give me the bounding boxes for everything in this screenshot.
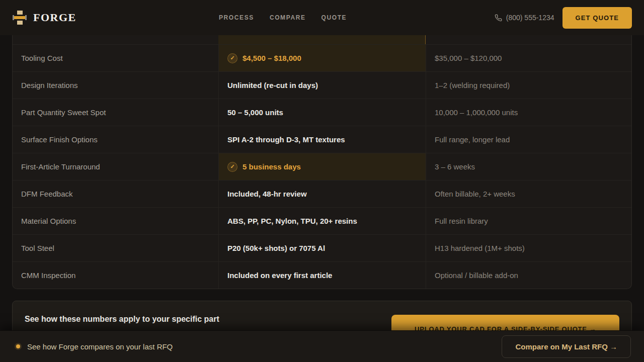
competitor-value: Full range, longer lead <box>426 126 631 153</box>
clipped-label-cell <box>13 35 218 44</box>
forge-value: Unlimited (re-cut in days) <box>227 81 318 89</box>
row-label: Material Options <box>13 208 218 234</box>
forge-value-cell: ✓ $4,500 – $18,000 <box>218 45 426 71</box>
compare-last-rfq-button[interactable]: Compare on My Last RFQ → <box>502 335 631 358</box>
clipped-competitor-cell <box>426 35 631 44</box>
forge-value-cell: ABS, PP, PC, Nylon, TPU, 20+ resins <box>218 208 426 234</box>
navbar: FORGE PROCESS COMPARE QUOTE (800) 555-12… <box>0 0 644 35</box>
row-label: Tool Steel <box>13 235 218 261</box>
forge-value: ABS, PP, PC, Nylon, TPU, 20+ resins <box>227 217 357 225</box>
competitor-value: $35,000 – $120,000 <box>426 45 631 71</box>
competitor-value: Optional / billable add-on <box>426 262 631 289</box>
table-row: Surface Finish Options SPI A-2 through D… <box>13 126 631 153</box>
table-row: CMM Inspection Included on every first a… <box>13 261 631 289</box>
page: FORGE PROCESS COMPARE QUOTE (800) 555-12… <box>0 0 644 362</box>
forge-press-icon <box>12 10 27 25</box>
sticky-bottom-bar: See how Forge compares on your last RFQ … <box>0 330 644 362</box>
get-quote-button[interactable]: GET QUOTE <box>562 7 632 29</box>
competitor-value: 1–2 (welding required) <box>426 72 631 99</box>
forge-value-cell: Included, 48-hr review <box>218 180 426 207</box>
forge-value: P20 (50k+ shots) or 7075 Al <box>227 244 325 252</box>
row-label: Part Quantity Sweet Spot <box>13 99 218 126</box>
forge-value-cell: 50 – 5,000 units <box>218 99 426 126</box>
table-rows: Tooling Cost ✓ $4,500 – $18,000 $35,000 … <box>13 44 631 289</box>
table-row: DFM Feedback Included, 48-hr review Ofte… <box>13 180 631 207</box>
forge-value: Included, 48-hr review <box>227 190 307 198</box>
row-label: Design Iterations <box>13 72 218 99</box>
nav-link-process[interactable]: PROCESS <box>219 14 254 21</box>
brand-name: FORGE <box>33 11 76 24</box>
bottom-bar-message: See how Forge compares on your last RFQ <box>27 342 173 351</box>
row-label: CMM Inspection <box>13 262 218 289</box>
check-icon: ✓ <box>227 53 237 63</box>
row-label: DFM Feedback <box>13 180 218 207</box>
forge-value-cell: SPI A-2 through D-3, MT textures <box>218 126 426 153</box>
forge-value-cell: ✓ 5 business days <box>218 153 426 180</box>
forge-value: $4,500 – $18,000 <box>243 54 301 62</box>
table-row: Part Quantity Sweet Spot 50 – 5,000 unit… <box>13 99 631 126</box>
table-row: Material Options ABS, PP, PC, Nylon, TPU… <box>13 207 631 234</box>
row-label: First-Article Turnaround <box>13 153 218 180</box>
forge-value-cell: Unlimited (re-cut in days) <box>218 72 426 99</box>
check-icon: ✓ <box>227 162 237 172</box>
forge-value: Included on every first article <box>227 271 332 280</box>
forge-value: 50 – 5,000 units <box>227 108 283 117</box>
cta-heading: See how these numbers apply to your spec… <box>25 315 219 324</box>
nav-link-compare[interactable]: COMPARE <box>270 14 306 21</box>
nav-link-quote[interactable]: QUOTE <box>321 14 347 21</box>
table-row: Tooling Cost ✓ $4,500 – $18,000 $35,000 … <box>13 44 631 71</box>
comparison-table: Tooling Cost ✓ $4,500 – $18,000 $35,000 … <box>12 35 632 289</box>
phone-icon <box>495 14 502 22</box>
table-row: First-Article Turnaround ✓ 5 business da… <box>13 153 631 180</box>
competitor-value: 10,000 – 1,000,000 units <box>426 99 631 126</box>
forge-value-cell: P20 (50k+ shots) or 7075 Al <box>218 235 426 261</box>
competitor-value: 3 – 6 weeks <box>426 153 631 180</box>
row-label: Surface Finish Options <box>13 126 218 153</box>
forge-value-cell: Included on every first article <box>218 262 426 289</box>
phone-link[interactable]: (800) 555-1234 <box>495 14 554 22</box>
main-nav: PROCESS COMPARE QUOTE <box>219 14 347 21</box>
table-row: Design Iterations Unlimited (re-cut in d… <box>13 71 631 99</box>
navbar-right: (800) 555-1234 GET QUOTE <box>495 7 632 29</box>
phone-number: (800) 555-1234 <box>506 14 554 22</box>
notification-dot-icon <box>16 344 20 348</box>
competitor-value: Often billable, 2+ weeks <box>426 180 631 207</box>
clipped-table-row <box>13 35 631 44</box>
competitor-value: H13 hardened (1M+ shots) <box>426 235 631 261</box>
clipped-forge-cell <box>218 35 426 44</box>
row-label: Tooling Cost <box>13 45 218 71</box>
table-row: Tool Steel P20 (50k+ shots) or 7075 Al H… <box>13 234 631 261</box>
forge-value: SPI A-2 through D-3, MT textures <box>227 135 345 144</box>
forge-value: 5 business days <box>243 162 301 171</box>
competitor-value: Full resin library <box>426 208 631 234</box>
brand-logo[interactable]: FORGE <box>12 10 76 25</box>
